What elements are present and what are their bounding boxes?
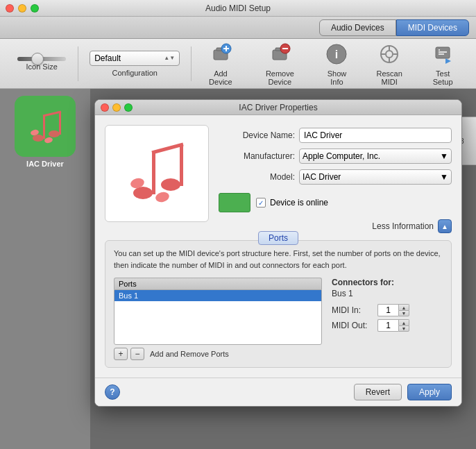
add-device-button[interactable]: Add Device (194, 39, 247, 89)
ports-description: You can set up the MIDI device's port st… (114, 248, 443, 271)
device-name-input[interactable] (299, 128, 452, 143)
midi-in-increment[interactable]: ▲ (398, 304, 409, 310)
less-info-label[interactable]: Less Information (372, 221, 434, 231)
device-online-checkbox[interactable]: ✓ (256, 198, 266, 207)
dialog-close-button[interactable] (101, 103, 109, 112)
svg-point-22 (33, 135, 44, 142)
dialog-title: IAC Driver Properties (239, 103, 317, 112)
configuration-control: Default ▲▼ Configuration (81, 48, 188, 80)
midi-in-row: MIDI In: 1 ▲ ▼ (332, 304, 443, 316)
toolbar: Icon Size Default ▲▼ Configuration (0, 39, 476, 89)
connectors-for-port: Bus 1 (332, 289, 443, 298)
svg-rect-32 (180, 144, 183, 186)
tab-midi-devices[interactable]: MIDI Devices (396, 19, 469, 36)
dialog-body: Device Name: Manufacturer: Apple Compute… (95, 115, 461, 378)
tab-audio-devices[interactable]: Audio Devices (319, 19, 396, 36)
add-remove-label: Add and Remove Ports (150, 350, 229, 358)
help-button[interactable]: ? (105, 384, 120, 400)
remove-device-button[interactable]: Remove Device (247, 39, 313, 89)
svg-point-29 (133, 187, 153, 199)
footer-buttons: Revert Apply (354, 384, 452, 400)
ports-list-buttons: + − Add and Remove Ports (114, 348, 322, 360)
test-setup-button[interactable]: Test Setup (418, 39, 468, 89)
manufacturer-row: Manufacturer: Apple Computer, Inc. ▼ (219, 149, 452, 164)
close-button[interactable] (6, 4, 14, 12)
dialog-minimize-button[interactable] (112, 103, 121, 112)
svg-rect-25 (59, 112, 61, 135)
dialog-traffic-lights (101, 103, 133, 112)
configuration-label: Configuration (112, 69, 157, 77)
dialog-footer: ? Revert Apply (95, 378, 461, 406)
configuration-arrow: ▲▼ (164, 55, 175, 61)
online-color-indicator (219, 193, 250, 212)
configuration-select[interactable]: Default ▲▼ (90, 51, 180, 66)
ports-section: Ports You can set up the MIDI device's p… (105, 240, 452, 368)
port-item-bus1[interactable]: Bus 1 (114, 290, 321, 301)
svg-marker-21 (445, 58, 451, 64)
toolbar-divider-2 (191, 46, 192, 81)
less-info-row: Less Information ▲ (219, 219, 452, 233)
minimize-button[interactable] (18, 4, 26, 12)
midi-out-stepper: ▲ ▼ (398, 319, 409, 332)
device-online-checkbox-row: ✓ Device is online (256, 198, 328, 207)
apply-button[interactable]: Apply (407, 384, 452, 400)
dialog-maximize-button[interactable] (124, 103, 133, 112)
ports-list[interactable]: Bus 1 (114, 289, 322, 345)
svg-point-12 (386, 51, 393, 58)
model-arrow: ▼ (440, 172, 448, 182)
manufacturer-arrow: ▼ (440, 151, 448, 161)
svg-point-35 (155, 191, 171, 204)
rescan-midi-button[interactable]: Rescan MIDI (361, 39, 418, 89)
icon-size-slider-track[interactable] (17, 57, 66, 61)
remove-device-icon (267, 42, 292, 67)
sidebar: IAC Driver (0, 89, 90, 449)
revert-button[interactable]: Revert (354, 384, 402, 400)
midi-out-decrement[interactable]: ▼ (398, 325, 409, 332)
manufacturer-select[interactable]: Apple Computer, Inc. ▼ (299, 149, 452, 164)
add-device-label: Add Device (203, 69, 239, 86)
test-setup-label: Test Setup (426, 69, 459, 86)
rescan-midi-label: Rescan MIDI (369, 69, 409, 86)
connectors-for-label: Connectors for: (332, 278, 443, 287)
midi-out-value: 1 (377, 319, 398, 332)
device-online-label: Device is online (270, 198, 328, 207)
less-info-button[interactable]: ▲ (438, 219, 452, 233)
dialog-title-bar: IAC Driver Properties (95, 100, 461, 115)
midi-in-stepper: ▲ ▼ (398, 304, 409, 316)
midi-in-decrement[interactable]: ▼ (398, 310, 409, 316)
icon-size-slider-thumb[interactable] (31, 53, 44, 65)
ports-tab[interactable]: Ports (258, 231, 298, 245)
device-icon-preview (105, 125, 209, 222)
show-info-label: Show Info (321, 69, 352, 86)
remove-port-button[interactable]: − (130, 348, 144, 360)
svg-point-24 (49, 130, 60, 137)
traffic-lights (6, 4, 39, 12)
app-window: Audio MIDI Setup Audio Devices MIDI Devi… (0, 0, 476, 449)
ports-list-box: Ports Bus 1 + − Add and Remove Ports (114, 278, 322, 360)
test-setup-icon (430, 42, 455, 67)
midi-in-value: 1 (377, 304, 398, 316)
connectors-panel: Connectors for: Bus 1 MIDI In: 1 ▲ (332, 278, 443, 360)
add-port-button[interactable]: + (114, 348, 128, 360)
iac-driver-device[interactable]: IAC Driver (7, 96, 83, 168)
tab-bar: Audio Devices MIDI Devices (0, 17, 476, 39)
svg-rect-30 (152, 153, 155, 194)
model-field-label: Model: (219, 172, 295, 182)
show-info-button[interactable]: i Show Info (313, 39, 361, 89)
model-value: IAC Driver (303, 172, 341, 182)
toolbar-divider-1 (78, 46, 78, 81)
maximize-button[interactable] (31, 4, 39, 12)
dialog-top-section: Device Name: Manufacturer: Apple Compute… (105, 125, 452, 233)
model-select[interactable]: IAC Driver ▼ (299, 169, 452, 185)
show-info-icon: i (324, 42, 349, 67)
device-name-field-label: Device Name: (219, 130, 295, 140)
manufacturer-value: Apple Computer, Inc. (303, 151, 380, 161)
rescan-midi-icon (377, 42, 402, 67)
icon-size-control: Icon Size (8, 57, 75, 71)
svg-line-33 (152, 144, 183, 153)
window-title: Audio MIDI Setup (205, 3, 271, 13)
midi-out-increment[interactable]: ▲ (398, 319, 409, 325)
status-row: ✓ Device is online (219, 193, 452, 212)
remove-device-label: Remove Device (255, 69, 305, 86)
dialog-fields: Device Name: Manufacturer: Apple Compute… (219, 125, 452, 233)
